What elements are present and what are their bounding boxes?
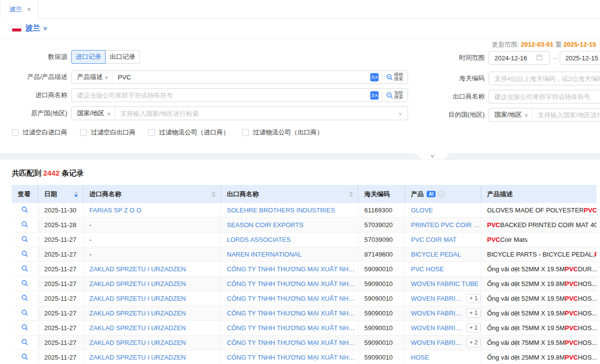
exporter-link[interactable]: SEASON COIR EXPORTS (227, 221, 303, 229)
cell-description: Ống vải dệt 52MM X 19.8M PVC HOS... (481, 277, 597, 291)
header-date[interactable]: 日期 (38, 185, 83, 203)
filter-checkbox-3[interactable]: 过滤物流公司（出口商） (242, 128, 323, 137)
header-view: 查看 (12, 185, 38, 203)
keyword-highlight: PVC (565, 310, 578, 317)
exporter-link[interactable]: CÔNG TY TNHH THƯƠNG MẠI XUẤT NHẬP... (227, 265, 358, 273)
view-record-button[interactable] (12, 277, 38, 291)
exporter-link[interactable]: CÔNG TY TNHH THƯƠNG MẠI XUẤT NHẬP... (227, 310, 358, 317)
tab-poland[interactable]: 波兰 × (0, 0, 38, 19)
chevron-down-icon[interactable]: ∨ (42, 25, 48, 31)
destination-country-select[interactable]: 国家/地区∨ (489, 108, 532, 121)
header-importer[interactable]: 进口商名称 (83, 185, 221, 203)
view-record-button[interactable] (12, 218, 38, 232)
cell-description: Ống vải dệt 25MM X 19.8M PVC HOS... (481, 350, 597, 364)
keyword-highlight: PVC (565, 339, 578, 346)
checkbox-icon[interactable] (80, 129, 87, 136)
scrollbar-gutter (597, 262, 600, 276)
cell-product: PVC HOSE (405, 262, 481, 276)
date-separator: – (553, 54, 556, 62)
view-record-button[interactable] (12, 306, 38, 320)
view-record-button[interactable] (12, 262, 38, 276)
cell-product: WOVEN FABRIC ...+ 2 (405, 336, 481, 350)
filter-checkbox-2[interactable]: 过滤物流公司（进口商） (148, 128, 229, 137)
exporter-row: 出口商名称 (444, 90, 600, 104)
more-products-badge[interactable]: + 1 (466, 294, 481, 303)
importer-link[interactable]: ZAKLAD SPRZETU I URZADZEN (89, 280, 186, 287)
checkbox-icon[interactable] (242, 129, 249, 136)
cell-product: PVC COIR MAT (405, 233, 481, 247)
importer-link[interactable]: ZAKLAD SPRZETU I URZADZEN (89, 354, 186, 361)
exporter-link[interactable]: CÔNG TY TNHH THƯƠNG MẠI XUẤT NHẬP... (227, 324, 358, 332)
cell-importer: FARIAS SP Z O O (83, 203, 221, 217)
product-link[interactable]: WOVEN FABRIC ... (411, 339, 463, 346)
view-record-button[interactable] (12, 247, 38, 261)
chevron-down-icon[interactable]: ∨ (398, 111, 409, 116)
importer-input[interactable] (72, 89, 370, 102)
checkbox-label: 过滤空白进口商 (23, 128, 67, 137)
hs-code-input[interactable] (489, 72, 600, 85)
importer-link[interactable]: ZAKLAD SPRZETU I URZADZEN (89, 265, 186, 273)
exporter-link[interactable]: CÔNG TY TNHH THƯƠNG MẠI XUẤT NHẬP... (227, 280, 358, 287)
fuzzy-search-button[interactable]: 模糊搜索 (386, 73, 403, 82)
update-range: 更新范围: 2012-03-01 至 2025-12-15 (492, 40, 597, 49)
magnifier-icon (21, 324, 28, 333)
product-link[interactable]: GLOVE (411, 207, 433, 214)
product-input[interactable] (112, 71, 370, 83)
exporter-link[interactable]: CÔNG TY TNHH THƯƠNG MẠI XUẤT NHẬP... (227, 354, 358, 361)
exporter-input[interactable] (489, 90, 600, 103)
cell-exporter: LORDS ASSOCIATES (221, 233, 358, 247)
cell-product: BICYCLE PEDAL (405, 247, 481, 261)
product-type-select[interactable]: 产品描述∨ (72, 71, 112, 83)
close-icon[interactable]: × (27, 6, 31, 13)
view-record-button[interactable] (12, 350, 38, 364)
exporter-link[interactable]: CÔNG TY TNHH THƯƠNG MẠI XUẤT NHẬP... (227, 295, 358, 302)
magnifier-icon (21, 309, 28, 318)
calendar-icon[interactable] (536, 54, 543, 62)
keyword-highlight: PVC (487, 221, 500, 229)
destination-input[interactable] (532, 108, 600, 121)
more-products-badge[interactable]: + 2 (466, 338, 481, 347)
importer-link[interactable]: ZAKLAD SPRZETU I URZADZEN (89, 310, 186, 317)
importer-link[interactable]: FARIAS SP Z O O (89, 207, 141, 214)
product-link[interactable]: WOVEN FABRIC TUBE (411, 280, 479, 287)
product-link[interactable]: HOSE (411, 354, 429, 361)
exporter-link[interactable]: LORDS ASSOCIATES (227, 236, 291, 243)
view-record-button[interactable] (12, 321, 38, 335)
product-link[interactable]: PRINTED PVC COIR M... (411, 221, 481, 229)
view-record-button[interactable] (12, 233, 38, 247)
product-link[interactable]: BICYCLE PEDAL (411, 251, 461, 258)
import-records-button[interactable]: 进口记录 (71, 50, 106, 64)
checkbox-icon[interactable] (12, 129, 19, 136)
view-record-button[interactable] (12, 336, 38, 350)
hs-code-label: 海关编码 (444, 74, 489, 83)
product-link[interactable]: PVC COIR MAT (411, 236, 457, 243)
view-record-button[interactable] (12, 291, 38, 306)
exporter-link[interactable]: CÔNG TY TNHH THƯƠNG MẠI XUẤT NHẬP... (227, 339, 358, 346)
exporter-link[interactable]: NAREN INTERNATIONAL (227, 251, 301, 258)
more-products-badge[interactable]: + 1 (466, 323, 481, 333)
filter-checkbox-1[interactable]: 过滤空白出口商 (80, 128, 136, 137)
origin-country-select[interactable]: 国家/地区∨ (72, 107, 115, 120)
scrollbar-gutter (597, 291, 600, 306)
origin-input[interactable] (115, 107, 399, 120)
importer-link[interactable]: ZAKLAD SPRZETU I URZADZEN (89, 295, 186, 302)
export-records-button[interactable]: 出口记录 (106, 50, 140, 64)
smart-search-button[interactable]: 智能搜索 (386, 91, 403, 100)
date-start-input[interactable]: 2024-12-16 (489, 51, 550, 65)
product-link[interactable]: WOVEN FABRIC ... (411, 295, 463, 302)
exporter-link[interactable]: SOLEHRE BROTHERS INDUSTRIES (227, 207, 335, 214)
date-end-input[interactable]: 2025-12-15 (560, 51, 600, 65)
header-exporter[interactable]: 出口商名称 (221, 185, 358, 203)
translate-icon[interactable]: 文A (370, 73, 379, 81)
info-icon[interactable]: i (438, 191, 445, 198)
product-link[interactable]: WOVEN FABRIC ... (411, 310, 463, 317)
importer-link[interactable]: ZAKLAD SPRZETU I URZADZEN (89, 339, 186, 346)
product-link[interactable]: WOVEN FABRIC ... (411, 324, 463, 332)
filter-checkbox-0[interactable]: 过滤空白进口商 (12, 128, 67, 137)
product-link[interactable]: PVC HOSE (411, 265, 444, 273)
view-record-button[interactable] (12, 203, 38, 217)
importer-link[interactable]: ZAKLAD SPRZETU I URZADZEN (89, 324, 186, 332)
checkbox-icon[interactable] (148, 129, 155, 136)
more-products-badge[interactable]: + 1 (466, 309, 481, 318)
translate-icon[interactable]: 文A (370, 91, 379, 100)
